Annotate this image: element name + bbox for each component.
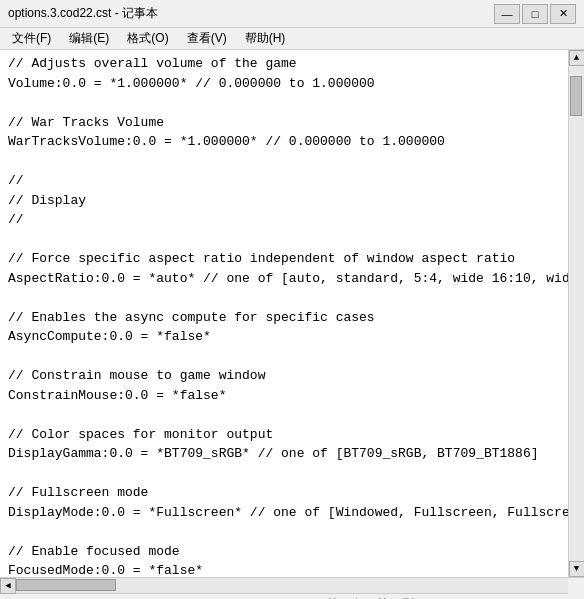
scroll-thumb[interactable] <box>570 76 582 116</box>
scroll-down-button[interactable]: ▼ <box>569 561 585 577</box>
close-button[interactable]: ✕ <box>550 4 576 24</box>
text-editor[interactable]: // Adjusts overall volume of the game Vo… <box>0 50 568 577</box>
menu-bar: 文件(F) 编辑(E) 格式(O) 查看(V) 帮助(H) <box>0 28 584 50</box>
maximize-button[interactable]: □ <box>522 4 548 24</box>
title-bar: options.3.cod22.cst - 记事本 — □ ✕ <box>0 0 584 28</box>
menu-help[interactable]: 帮助(H) <box>237 28 294 49</box>
minimize-button[interactable]: — <box>494 4 520 24</box>
menu-view[interactable]: 查看(V) <box>179 28 235 49</box>
scroll-left-button[interactable]: ◀ <box>0 578 16 594</box>
window-controls: — □ ✕ <box>494 4 576 24</box>
vertical-scrollbar: ▲ ▼ <box>568 50 584 577</box>
h-scroll-track[interactable] <box>16 578 568 593</box>
status-bar: 第 1 行，第 1 列 100% Unix (LF) UTF-8 <box>0 593 584 599</box>
menu-edit[interactable]: 编辑(E) <box>61 28 117 49</box>
window-title: options.3.cod22.cst - 记事本 <box>8 5 158 22</box>
main-area: // Adjusts overall volume of the game Vo… <box>0 50 584 577</box>
scroll-track[interactable] <box>569 66 584 561</box>
menu-format[interactable]: 格式(O) <box>119 28 176 49</box>
scroll-up-button[interactable]: ▲ <box>569 50 585 66</box>
menu-file[interactable]: 文件(F) <box>4 28 59 49</box>
scroll-corner <box>568 578 584 594</box>
h-scroll-thumb[interactable] <box>16 579 116 591</box>
horizontal-scrollbar: ◀ <box>0 577 584 593</box>
